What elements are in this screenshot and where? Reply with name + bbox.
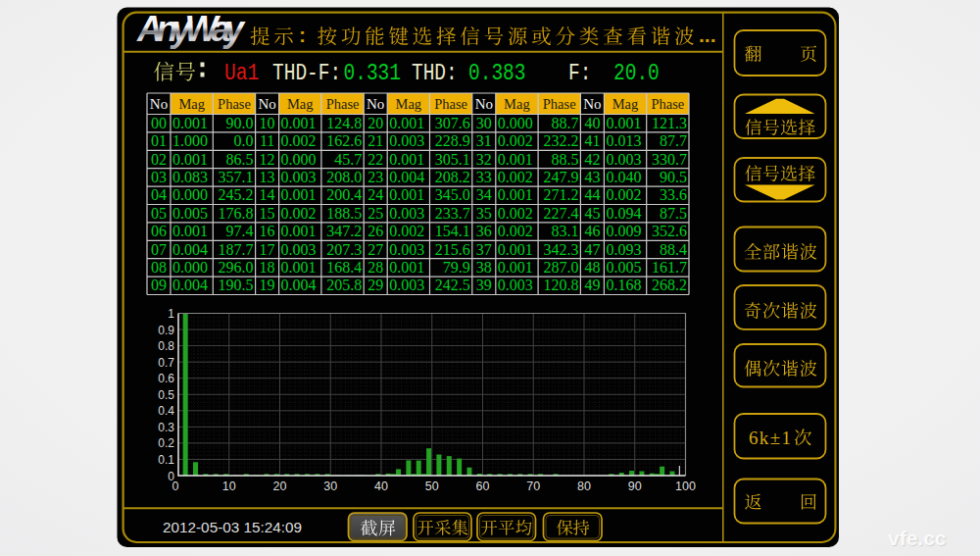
svg-text:No: No xyxy=(583,96,601,112)
svg-text:Phase: Phase xyxy=(434,96,467,112)
svg-text:36: 36 xyxy=(476,223,492,239)
svg-text:70: 70 xyxy=(526,480,540,493)
svg-text:0.4: 0.4 xyxy=(158,404,174,418)
svg-text:121.3: 121.3 xyxy=(652,115,687,131)
svg-text:120.8: 120.8 xyxy=(543,277,578,293)
svg-text:38: 38 xyxy=(476,259,492,276)
svg-text:0.003: 0.003 xyxy=(498,277,533,293)
svg-text:0.001: 0.001 xyxy=(281,223,317,239)
svg-text:0.002: 0.002 xyxy=(281,132,317,149)
svg-text:...: ... xyxy=(699,24,716,46)
svg-text:245.2: 245.2 xyxy=(219,186,254,203)
svg-text:26: 26 xyxy=(368,223,383,239)
svg-text:28: 28 xyxy=(368,259,383,276)
svg-text:247.9: 247.9 xyxy=(543,169,578,185)
svg-text:31: 31 xyxy=(476,132,492,149)
svg-text:0.013: 0.013 xyxy=(606,132,641,149)
svg-text:60: 60 xyxy=(476,480,490,493)
svg-text:0.001: 0.001 xyxy=(498,186,533,203)
svg-text:20.0: 20.0 xyxy=(613,60,660,85)
svg-text:0.7: 0.7 xyxy=(158,356,174,370)
svg-text:Phase: Phase xyxy=(326,96,360,112)
svg-text:No: No xyxy=(475,96,493,112)
svg-text:287.0: 287.0 xyxy=(543,259,578,276)
svg-text:30: 30 xyxy=(476,115,492,131)
svg-text:307.6: 307.6 xyxy=(435,115,470,131)
svg-text:40: 40 xyxy=(584,115,600,131)
svg-text:40: 40 xyxy=(374,480,388,493)
svg-text:34: 34 xyxy=(476,186,492,203)
svg-text:0.093: 0.093 xyxy=(606,241,641,258)
svg-text:162.6: 162.6 xyxy=(326,132,362,149)
svg-text:305.1: 305.1 xyxy=(435,151,470,168)
svg-text:10: 10 xyxy=(222,480,236,493)
svg-text:F:: F: xyxy=(568,60,591,85)
svg-text:0.003: 0.003 xyxy=(281,169,317,185)
svg-text:11: 11 xyxy=(260,132,274,149)
svg-text:44: 44 xyxy=(584,186,600,203)
svg-text:29: 29 xyxy=(368,277,383,293)
svg-text:46: 46 xyxy=(584,223,600,239)
svg-text:vfe.cc: vfe.cc xyxy=(888,527,947,549)
svg-text:242.5: 242.5 xyxy=(435,277,470,293)
svg-text:342.3: 342.3 xyxy=(543,241,578,258)
svg-text:0.005: 0.005 xyxy=(172,205,208,222)
svg-text:33.6: 33.6 xyxy=(660,186,687,203)
svg-text:88.4: 88.4 xyxy=(660,241,687,258)
svg-text:0.2: 0.2 xyxy=(158,436,174,450)
svg-text:233.7: 233.7 xyxy=(435,205,470,222)
svg-text:0.003: 0.003 xyxy=(606,151,641,168)
svg-text:79.9: 79.9 xyxy=(443,259,470,276)
svg-text:0.002: 0.002 xyxy=(498,223,533,239)
svg-text:45.7: 45.7 xyxy=(334,151,362,168)
svg-text:15: 15 xyxy=(260,205,275,222)
svg-text:0.002: 0.002 xyxy=(389,223,424,239)
svg-text:0.1: 0.1 xyxy=(158,453,174,467)
svg-text:24: 24 xyxy=(368,186,383,203)
svg-text:0.083: 0.083 xyxy=(172,169,208,185)
svg-text:0.001: 0.001 xyxy=(172,115,208,131)
svg-text:17: 17 xyxy=(260,241,275,258)
svg-text:205.8: 205.8 xyxy=(326,277,362,293)
svg-text:0: 0 xyxy=(172,480,179,493)
svg-text:25: 25 xyxy=(368,205,383,222)
svg-text:1.000: 1.000 xyxy=(172,132,208,149)
svg-text:161.7: 161.7 xyxy=(652,259,687,276)
svg-text:AnyWay: AnyWay xyxy=(136,9,246,49)
svg-text:37: 37 xyxy=(476,241,492,258)
svg-text:39: 39 xyxy=(476,277,492,293)
svg-text:0.331: 0.331 xyxy=(344,60,401,85)
svg-text:45: 45 xyxy=(584,205,600,222)
svg-text:352.6: 352.6 xyxy=(652,223,687,239)
svg-text:0.5: 0.5 xyxy=(158,388,174,402)
svg-text:190.5: 190.5 xyxy=(219,277,254,293)
svg-text:0.001: 0.001 xyxy=(281,259,317,276)
svg-text:200.4: 200.4 xyxy=(326,186,362,203)
svg-text:0.004: 0.004 xyxy=(281,277,317,293)
svg-text:100: 100 xyxy=(675,480,696,493)
svg-text:154.1: 154.1 xyxy=(435,223,470,239)
svg-text:188.5: 188.5 xyxy=(326,205,362,222)
svg-text:04: 04 xyxy=(151,186,167,203)
svg-text:0.001: 0.001 xyxy=(281,186,317,203)
svg-text:0.002: 0.002 xyxy=(498,205,533,222)
svg-text:268.2: 268.2 xyxy=(652,277,687,293)
svg-text:0.000: 0.000 xyxy=(498,115,533,131)
svg-text:0.005: 0.005 xyxy=(606,259,641,276)
svg-text:90.0: 90.0 xyxy=(226,115,254,131)
svg-text:Mag: Mag xyxy=(178,96,205,112)
svg-text:0.9: 0.9 xyxy=(158,324,174,337)
svg-text:06: 06 xyxy=(151,223,167,239)
svg-text:13: 13 xyxy=(260,169,275,185)
svg-text:87.5: 87.5 xyxy=(660,205,687,222)
svg-text:0.001: 0.001 xyxy=(389,259,424,276)
svg-text:0.0: 0.0 xyxy=(234,132,254,149)
svg-text:228.9: 228.9 xyxy=(435,132,470,149)
svg-text:00: 00 xyxy=(151,115,167,131)
svg-text:0.6: 0.6 xyxy=(158,372,174,385)
svg-text:18: 18 xyxy=(260,259,275,276)
svg-text:Phase: Phase xyxy=(651,96,684,112)
svg-text:05: 05 xyxy=(151,205,167,222)
svg-text:19: 19 xyxy=(260,277,275,293)
svg-text:6k±1: 6k±1 xyxy=(749,428,791,448)
